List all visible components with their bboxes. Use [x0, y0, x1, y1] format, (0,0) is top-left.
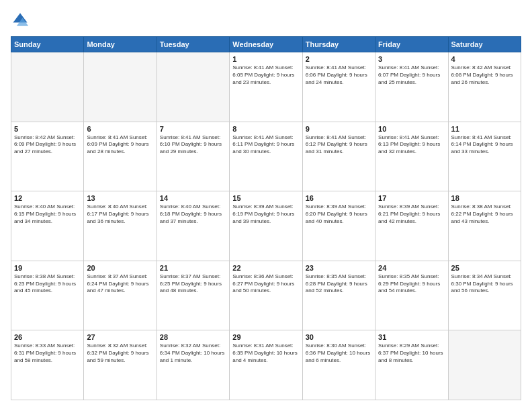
day-info: Sunrise: 8:35 AM Sunset: 6:29 PM Dayligh…	[378, 273, 445, 295]
calendar-table: SundayMondayTuesdayWednesdayThursdayFrid…	[11, 36, 521, 400]
day-number: 12	[14, 194, 81, 202]
day-info: Sunrise: 8:33 AM Sunset: 6:31 PM Dayligh…	[14, 342, 81, 364]
calendar-cell: 14Sunrise: 8:40 AM Sunset: 6:18 PM Dayli…	[157, 191, 229, 261]
day-info: Sunrise: 8:40 AM Sunset: 6:18 PM Dayligh…	[160, 203, 226, 225]
day-info: Sunrise: 8:34 AM Sunset: 6:30 PM Dayligh…	[451, 273, 518, 295]
day-number: 1	[232, 55, 299, 63]
day-info: Sunrise: 8:41 AM Sunset: 6:05 PM Dayligh…	[232, 64, 299, 86]
calendar-cell: 19Sunrise: 8:38 AM Sunset: 6:23 PM Dayli…	[11, 261, 84, 330]
calendar-week-row: 26Sunrise: 8:33 AM Sunset: 6:31 PM Dayli…	[11, 330, 521, 400]
day-info: Sunrise: 8:40 AM Sunset: 6:15 PM Dayligh…	[14, 203, 81, 225]
day-number: 7	[160, 125, 226, 133]
calendar-cell	[157, 52, 229, 122]
calendar-cell: 9Sunrise: 8:41 AM Sunset: 6:12 PM Daylig…	[302, 122, 375, 191]
weekday-header: Monday	[84, 37, 157, 52]
calendar-cell: 22Sunrise: 8:36 AM Sunset: 6:27 PM Dayli…	[230, 261, 302, 330]
day-info: Sunrise: 8:29 AM Sunset: 6:37 PM Dayligh…	[378, 342, 445, 364]
calendar-cell: 7Sunrise: 8:41 AM Sunset: 6:10 PM Daylig…	[157, 122, 229, 191]
weekday-header: Wednesday	[230, 37, 302, 52]
day-number: 4	[451, 55, 518, 63]
day-info: Sunrise: 8:42 AM Sunset: 6:08 PM Dayligh…	[451, 64, 518, 86]
logo-icon	[11, 11, 30, 30]
day-number: 21	[160, 264, 226, 272]
calendar-cell: 28Sunrise: 8:32 AM Sunset: 6:34 PM Dayli…	[157, 330, 229, 400]
calendar-cell: 12Sunrise: 8:40 AM Sunset: 6:15 PM Dayli…	[11, 191, 84, 261]
calendar-cell: 11Sunrise: 8:41 AM Sunset: 6:14 PM Dayli…	[448, 122, 521, 191]
calendar-cell: 16Sunrise: 8:39 AM Sunset: 6:20 PM Dayli…	[302, 191, 375, 261]
calendar-cell: 1Sunrise: 8:41 AM Sunset: 6:05 PM Daylig…	[230, 52, 302, 122]
day-number: 22	[232, 264, 299, 272]
day-number: 26	[14, 333, 81, 341]
calendar-cell: 24Sunrise: 8:35 AM Sunset: 6:29 PM Dayli…	[375, 261, 448, 330]
day-info: Sunrise: 8:30 AM Sunset: 6:36 PM Dayligh…	[306, 342, 372, 364]
calendar-cell: 31Sunrise: 8:29 AM Sunset: 6:37 PM Dayli…	[375, 330, 448, 400]
day-info: Sunrise: 8:41 AM Sunset: 6:14 PM Dayligh…	[451, 134, 518, 156]
calendar-cell: 8Sunrise: 8:41 AM Sunset: 6:11 PM Daylig…	[230, 122, 302, 191]
calendar-week-row: 12Sunrise: 8:40 AM Sunset: 6:15 PM Dayli…	[11, 191, 521, 261]
day-info: Sunrise: 8:32 AM Sunset: 6:34 PM Dayligh…	[160, 342, 226, 364]
calendar-cell: 23Sunrise: 8:35 AM Sunset: 6:28 PM Dayli…	[302, 261, 375, 330]
calendar-cell	[11, 52, 84, 122]
calendar-cell: 29Sunrise: 8:31 AM Sunset: 6:35 PM Dayli…	[230, 330, 302, 400]
day-number: 23	[306, 264, 372, 272]
calendar-cell: 20Sunrise: 8:37 AM Sunset: 6:24 PM Dayli…	[84, 261, 157, 330]
day-info: Sunrise: 8:37 AM Sunset: 6:25 PM Dayligh…	[160, 273, 226, 295]
day-info: Sunrise: 8:41 AM Sunset: 6:11 PM Dayligh…	[232, 134, 299, 156]
weekday-header: Tuesday	[157, 37, 229, 52]
day-number: 17	[378, 194, 445, 202]
day-number: 19	[14, 264, 81, 272]
calendar-cell: 25Sunrise: 8:34 AM Sunset: 6:30 PM Dayli…	[448, 261, 521, 330]
calendar-cell	[448, 330, 521, 400]
weekday-header: Sunday	[11, 37, 84, 52]
day-number: 20	[87, 264, 153, 272]
calendar-week-row: 1Sunrise: 8:41 AM Sunset: 6:05 PM Daylig…	[11, 52, 521, 122]
day-info: Sunrise: 8:32 AM Sunset: 6:32 PM Dayligh…	[87, 342, 153, 364]
day-info: Sunrise: 8:39 AM Sunset: 6:19 PM Dayligh…	[232, 203, 299, 225]
calendar-cell: 6Sunrise: 8:41 AM Sunset: 6:09 PM Daylig…	[84, 122, 157, 191]
day-number: 3	[378, 55, 445, 63]
weekday-header-row: SundayMondayTuesdayWednesdayThursdayFrid…	[11, 37, 521, 52]
day-info: Sunrise: 8:41 AM Sunset: 6:10 PM Dayligh…	[160, 134, 226, 156]
page: SundayMondayTuesdayWednesdayThursdayFrid…	[0, 0, 532, 411]
calendar-cell: 5Sunrise: 8:42 AM Sunset: 6:09 PM Daylig…	[11, 122, 84, 191]
weekday-header: Saturday	[448, 37, 521, 52]
calendar-cell: 3Sunrise: 8:41 AM Sunset: 6:07 PM Daylig…	[375, 52, 448, 122]
day-info: Sunrise: 8:39 AM Sunset: 6:21 PM Dayligh…	[378, 203, 445, 225]
day-number: 11	[451, 125, 518, 133]
day-info: Sunrise: 8:40 AM Sunset: 6:17 PM Dayligh…	[87, 203, 153, 225]
calendar-cell: 27Sunrise: 8:32 AM Sunset: 6:32 PM Dayli…	[84, 330, 157, 400]
day-number: 10	[378, 125, 445, 133]
day-info: Sunrise: 8:41 AM Sunset: 6:07 PM Dayligh…	[378, 64, 445, 86]
day-info: Sunrise: 8:38 AM Sunset: 6:22 PM Dayligh…	[451, 203, 518, 225]
day-info: Sunrise: 8:37 AM Sunset: 6:24 PM Dayligh…	[87, 273, 153, 295]
header	[11, 11, 521, 30]
calendar-week-row: 19Sunrise: 8:38 AM Sunset: 6:23 PM Dayli…	[11, 261, 521, 330]
day-number: 16	[306, 194, 372, 202]
day-number: 2	[306, 55, 372, 63]
day-info: Sunrise: 8:41 AM Sunset: 6:13 PM Dayligh…	[378, 134, 445, 156]
calendar-cell: 30Sunrise: 8:30 AM Sunset: 6:36 PM Dayli…	[302, 330, 375, 400]
day-info: Sunrise: 8:36 AM Sunset: 6:27 PM Dayligh…	[232, 273, 299, 295]
logo	[11, 11, 32, 30]
day-info: Sunrise: 8:42 AM Sunset: 6:09 PM Dayligh…	[14, 134, 81, 156]
day-number: 28	[160, 333, 226, 341]
day-info: Sunrise: 8:39 AM Sunset: 6:20 PM Dayligh…	[306, 203, 372, 225]
day-number: 18	[451, 194, 518, 202]
calendar-cell: 15Sunrise: 8:39 AM Sunset: 6:19 PM Dayli…	[230, 191, 302, 261]
day-number: 30	[306, 333, 372, 341]
day-number: 27	[87, 333, 153, 341]
calendar-cell: 13Sunrise: 8:40 AM Sunset: 6:17 PM Dayli…	[84, 191, 157, 261]
calendar-cell: 17Sunrise: 8:39 AM Sunset: 6:21 PM Dayli…	[375, 191, 448, 261]
weekday-header: Thursday	[302, 37, 375, 52]
day-number: 6	[87, 125, 153, 133]
day-info: Sunrise: 8:35 AM Sunset: 6:28 PM Dayligh…	[306, 273, 372, 295]
day-info: Sunrise: 8:41 AM Sunset: 6:09 PM Dayligh…	[87, 134, 153, 156]
calendar-cell: 26Sunrise: 8:33 AM Sunset: 6:31 PM Dayli…	[11, 330, 84, 400]
weekday-header: Friday	[375, 37, 448, 52]
day-info: Sunrise: 8:41 AM Sunset: 6:12 PM Dayligh…	[306, 134, 372, 156]
day-number: 14	[160, 194, 226, 202]
calendar-cell: 2Sunrise: 8:41 AM Sunset: 6:06 PM Daylig…	[302, 52, 375, 122]
day-number: 9	[306, 125, 372, 133]
calendar-cell	[84, 52, 157, 122]
day-number: 25	[451, 264, 518, 272]
